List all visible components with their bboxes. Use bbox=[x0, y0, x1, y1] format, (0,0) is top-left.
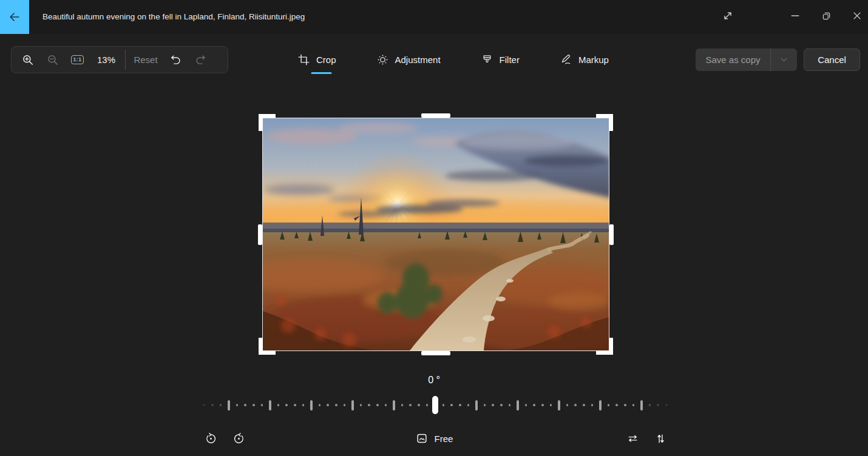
chevron-down-icon bbox=[779, 55, 788, 64]
toolbar-divider bbox=[125, 50, 126, 70]
ruler-tick bbox=[467, 404, 470, 406]
zoom-in-icon bbox=[21, 53, 35, 67]
ruler-tick bbox=[665, 404, 668, 406]
crop-handle-top-left[interactable] bbox=[259, 114, 276, 131]
ruler-tick bbox=[541, 404, 544, 406]
ruler-tick bbox=[203, 404, 205, 406]
crop-handle-top[interactable] bbox=[421, 113, 450, 118]
ruler-tick bbox=[591, 404, 594, 406]
ruler-tick bbox=[475, 400, 478, 411]
flip-horizontal-button[interactable] bbox=[620, 426, 645, 451]
redo-button[interactable] bbox=[188, 49, 213, 71]
flip-horizontal-icon bbox=[626, 432, 640, 446]
ruler-tick bbox=[426, 404, 429, 406]
ruler-tick bbox=[285, 404, 288, 406]
aspect-ratio-button[interactable]: Free bbox=[410, 426, 458, 451]
ruler-tick bbox=[319, 404, 321, 406]
ruler-tick bbox=[566, 404, 569, 406]
ruler-tick bbox=[608, 404, 610, 406]
ruler-tick bbox=[294, 404, 296, 406]
ruler-tick bbox=[492, 404, 494, 406]
minimize-button[interactable] bbox=[782, 2, 808, 29]
minimize-icon bbox=[789, 10, 801, 22]
crop-handle-left[interactable] bbox=[258, 224, 262, 245]
ruler-tick bbox=[533, 404, 535, 406]
redo-icon bbox=[194, 53, 207, 66]
actual-size-icon: 1:1 bbox=[71, 55, 84, 64]
action-buttons: Save as copy Cancel bbox=[696, 49, 860, 71]
ruler-tick bbox=[277, 404, 280, 406]
straighten-ruler[interactable] bbox=[199, 395, 671, 415]
ruler-tick bbox=[401, 404, 404, 406]
ruler-tick bbox=[509, 404, 511, 406]
actual-size-button[interactable]: 1:1 bbox=[65, 49, 90, 71]
save-as-copy-button[interactable]: Save as copy bbox=[696, 49, 797, 71]
ruler-tick bbox=[327, 404, 329, 406]
zoom-level: 13% bbox=[90, 55, 123, 65]
aspect-ratio-label: Free bbox=[435, 434, 453, 444]
save-options-dropdown[interactable] bbox=[770, 49, 797, 71]
ruler-tick bbox=[459, 404, 461, 406]
ruler-tick bbox=[335, 404, 337, 406]
crop-icon bbox=[297, 53, 310, 66]
expand-icon bbox=[721, 9, 734, 22]
close-icon bbox=[851, 10, 863, 22]
zoom-in-button[interactable] bbox=[15, 49, 40, 71]
ruler-tick bbox=[244, 404, 246, 406]
ruler-tick bbox=[351, 400, 354, 411]
undo-icon bbox=[169, 53, 182, 66]
flip-vertical-icon bbox=[654, 432, 668, 446]
reset-button[interactable]: Reset bbox=[128, 49, 163, 71]
close-button[interactable] bbox=[844, 2, 868, 29]
aspect-ratio-container: Free bbox=[0, 426, 868, 451]
tab-filter[interactable]: Filter bbox=[480, 46, 521, 73]
filter-icon bbox=[481, 53, 493, 66]
ruler-tick bbox=[228, 400, 231, 411]
ruler-tick bbox=[253, 404, 255, 406]
crop-handle-bottom-left[interactable] bbox=[259, 338, 276, 355]
ruler-tick bbox=[360, 404, 362, 406]
ruler-tick bbox=[211, 404, 214, 406]
ruler-tick bbox=[657, 404, 659, 406]
tab-adjustment-label: Adjustment bbox=[395, 55, 441, 65]
tab-adjustment[interactable]: Adjustment bbox=[375, 46, 442, 73]
crop-area[interactable] bbox=[263, 118, 609, 350]
ruler-tick bbox=[558, 400, 561, 411]
ruler-tick bbox=[220, 404, 222, 406]
ruler-tick bbox=[376, 404, 379, 406]
ruler-tick bbox=[344, 404, 346, 406]
crop-handle-bottom[interactable] bbox=[421, 351, 450, 355]
cancel-button[interactable]: Cancel bbox=[804, 49, 860, 71]
ruler-tick bbox=[409, 404, 412, 406]
zoom-out-button[interactable] bbox=[40, 49, 65, 71]
zoom-toolbar: 1:1 13% Reset bbox=[11, 46, 228, 73]
straighten-handle[interactable] bbox=[432, 396, 438, 414]
fullscreen-button[interactable] bbox=[715, 2, 741, 29]
restore-icon bbox=[821, 10, 832, 22]
back-button[interactable] bbox=[0, 0, 29, 34]
flip-vertical-button[interactable] bbox=[648, 426, 673, 451]
ruler-tick bbox=[261, 404, 263, 406]
crop-handle-right[interactable] bbox=[609, 224, 614, 245]
tab-crop[interactable]: Crop bbox=[296, 46, 337, 73]
ruler-tick bbox=[269, 400, 272, 411]
aspect-ratio-icon bbox=[415, 432, 429, 445]
tab-markup[interactable]: Markup bbox=[558, 46, 610, 73]
ruler-tick bbox=[393, 400, 396, 411]
crop-handle-bottom-right[interactable] bbox=[596, 338, 613, 355]
adjustment-icon bbox=[376, 53, 389, 66]
window-title: Beautiful autumn evening on the fell in … bbox=[42, 0, 305, 34]
undo-button[interactable] bbox=[163, 49, 188, 71]
crop-handle-top-right[interactable] bbox=[596, 114, 613, 131]
ruler-tick bbox=[442, 404, 445, 406]
markup-icon bbox=[560, 53, 572, 66]
rotation-angle-value: 0 ° bbox=[0, 375, 868, 386]
restore-button[interactable] bbox=[813, 2, 839, 29]
ruler-tick bbox=[484, 404, 486, 406]
ruler-tick bbox=[583, 404, 585, 406]
ruler-tick bbox=[236, 404, 239, 406]
zoom-out-icon bbox=[46, 53, 59, 67]
ruler-tick bbox=[450, 404, 453, 406]
ruler-tick bbox=[310, 400, 313, 411]
ruler-tick bbox=[624, 404, 626, 406]
